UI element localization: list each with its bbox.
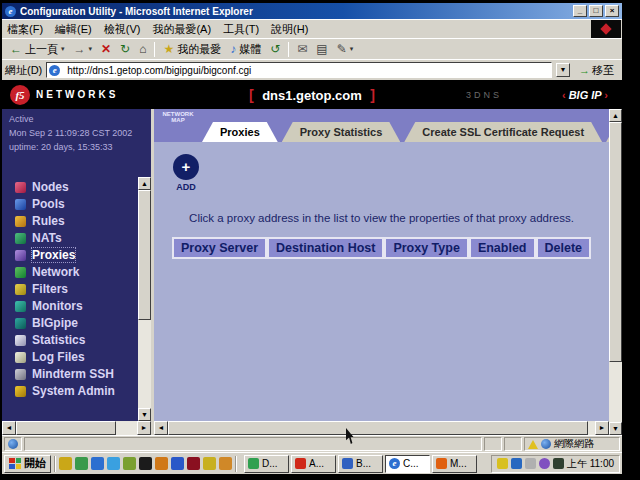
scroll-down-icon[interactable]: ▼	[138, 408, 151, 421]
tray-icon[interactable]	[539, 458, 550, 469]
add-icon[interactable]: +	[173, 154, 199, 180]
edit-button[interactable]: ✎ ▾	[333, 42, 358, 56]
menu-favorites[interactable]: 我的最愛(A)	[152, 22, 211, 37]
menu-file[interactable]: 檔案(F)	[7, 22, 43, 37]
sidebar-item-system-admin[interactable]: System Admin	[2, 383, 151, 400]
quicklaunch-icon[interactable]	[139, 457, 152, 470]
scroll-up-icon[interactable]: ▲	[609, 109, 622, 122]
home-button[interactable]: ⌂	[135, 42, 150, 56]
forward-button[interactable]: → ▾	[70, 42, 97, 56]
forward-dropdown-icon[interactable]: ▾	[89, 45, 93, 53]
tray-icon[interactable]	[553, 458, 564, 469]
tray-icon[interactable]	[497, 458, 508, 469]
scrollbar-track[interactable]	[138, 320, 151, 408]
media-button[interactable]: ♪ 媒體	[226, 41, 265, 58]
main-column: NETWORK MAP Proxies Proxy Statistics Cre…	[154, 109, 609, 435]
sidebar-item-monitors[interactable]: Monitors	[2, 298, 151, 315]
quicklaunch-icon[interactable]	[123, 457, 136, 470]
menu-edit[interactable]: 編輯(E)	[55, 22, 92, 37]
sidebar-item-pools[interactable]: Pools	[2, 196, 151, 213]
sidebar-item-log-files[interactable]: Log Files	[2, 349, 151, 366]
quicklaunch-icon[interactable]	[171, 457, 184, 470]
history-button[interactable]: ↺	[266, 42, 284, 56]
maximize-button[interactable]: □	[589, 5, 603, 17]
back-button[interactable]: ← 上一頁 ▾	[6, 41, 69, 58]
task-button-1[interactable]: D...	[244, 455, 289, 473]
sidebar-vertical-scrollbar[interactable]: ▲ ▼	[138, 177, 151, 421]
back-icon: ←	[10, 43, 22, 55]
quicklaunch-icon[interactable]	[187, 457, 200, 470]
address-input[interactable]: e http://dns1.getop.com/bigipgui/bigconf…	[46, 62, 552, 78]
add-proxy-button[interactable]: + ADD	[170, 154, 202, 192]
tab-create-ssl-certificate-request[interactable]: Create SSL Certificate Request	[404, 122, 602, 142]
status-page-pane	[4, 437, 22, 451]
scrollbar-track[interactable]	[588, 421, 595, 435]
scroll-up-icon[interactable]: ▲	[138, 177, 151, 190]
sidebar-horizontal-scrollbar[interactable]: ◄ ►	[2, 421, 151, 435]
menu-view[interactable]: 檢視(V)	[104, 22, 141, 37]
hostname: dns1.getop.com	[258, 88, 366, 103]
menu-tools[interactable]: 工具(T)	[223, 22, 259, 37]
scroll-down-icon[interactable]: ▼	[609, 422, 622, 435]
sidebar-item-filters[interactable]: Filters	[2, 281, 151, 298]
toolbar-separator	[288, 42, 289, 57]
stop-button[interactable]: ✕	[97, 42, 115, 56]
close-button[interactable]: ×	[605, 5, 619, 17]
start-button[interactable]: 開始	[4, 455, 51, 473]
sidebar-item-nats[interactable]: NATs	[2, 230, 151, 247]
refresh-button[interactable]: ↻	[116, 42, 134, 56]
menu-help[interactable]: 說明(H)	[271, 22, 308, 37]
task-button-3[interactable]: B...	[338, 455, 383, 473]
media-icon: ♪	[230, 43, 236, 55]
tab-proxies[interactable]: Proxies	[202, 122, 278, 142]
task-button-5[interactable]: M...	[432, 455, 477, 473]
scroll-right-icon[interactable]: ►	[137, 421, 151, 435]
scrollbar-thumb[interactable]	[168, 421, 588, 435]
tab-install-ssl-certificate[interactable]: Install SSL Certifi	[606, 122, 609, 142]
network-map-button[interactable]: NETWORK MAP	[157, 111, 199, 123]
go-button[interactable]: → 移至	[574, 62, 619, 79]
scrollbar-thumb[interactable]	[138, 190, 151, 320]
tab-proxy-statistics[interactable]: Proxy Statistics	[282, 122, 401, 142]
scroll-left-icon[interactable]: ◄	[154, 421, 168, 435]
scroll-left-icon[interactable]: ◄	[2, 421, 16, 435]
mail-button[interactable]: ✉	[293, 42, 311, 56]
sidebar-item-nodes[interactable]: Nodes	[2, 179, 151, 196]
quicklaunch-icon[interactable]	[75, 457, 88, 470]
minimize-button[interactable]: _	[573, 5, 587, 17]
favorites-button[interactable]: ★ 我的最愛	[159, 41, 225, 58]
tray-icon[interactable]	[525, 458, 536, 469]
sidebar-item-statistics[interactable]: Statistics	[2, 332, 151, 349]
sidebar-item-rules[interactable]: Rules	[2, 213, 151, 230]
sidebar-item-mindterm-ssh[interactable]: Mindterm SSH	[2, 366, 151, 383]
taskbar: 開始 D... A... B...	[2, 452, 622, 474]
sidebar-item-proxies[interactable]: Proxies	[2, 247, 151, 264]
bigip-mark-right: ›	[604, 89, 608, 101]
address-bar: 網址(D) e http://dns1.getop.com/bigipgui/b…	[2, 59, 622, 80]
task-button-ie-active[interactable]: e C...	[385, 455, 430, 473]
scroll-right-icon[interactable]: ►	[595, 421, 609, 435]
scrollbar-thumb[interactable]	[16, 421, 116, 435]
main-horizontal-scrollbar[interactable]: ◄ ►	[154, 421, 609, 435]
quicklaunch-icon[interactable]	[203, 457, 216, 470]
address-dropdown-icon[interactable]: ▼	[556, 63, 570, 77]
quicklaunch-icon[interactable]	[107, 457, 120, 470]
sidebar-item-network[interactable]: Network	[2, 264, 151, 281]
sidebar-item-bigpipe[interactable]: BIGpipe	[2, 315, 151, 332]
quicklaunch-icon[interactable]	[59, 457, 72, 470]
task-button-2[interactable]: A...	[291, 455, 336, 473]
quicklaunch-icon[interactable]	[219, 457, 232, 470]
tab-band: NETWORK MAP Proxies Proxy Statistics Cre…	[154, 109, 609, 142]
quicklaunch-icon[interactable]	[91, 457, 104, 470]
tray-icon[interactable]	[511, 458, 522, 469]
scrollbar-track[interactable]	[609, 362, 622, 422]
scrollbar-track[interactable]	[116, 421, 137, 435]
main-vertical-scrollbar[interactable]: ▲ ▼	[609, 109, 622, 435]
quicklaunch-icon[interactable]	[155, 457, 168, 470]
back-dropdown-icon[interactable]: ▾	[61, 45, 65, 53]
status-message-pane	[24, 437, 482, 451]
favorites-icon: ★	[163, 43, 174, 55]
scrollbar-thumb[interactable]	[609, 122, 622, 362]
print-button[interactable]: ▤	[312, 42, 331, 56]
edit-dropdown-icon[interactable]: ▾	[350, 45, 354, 53]
